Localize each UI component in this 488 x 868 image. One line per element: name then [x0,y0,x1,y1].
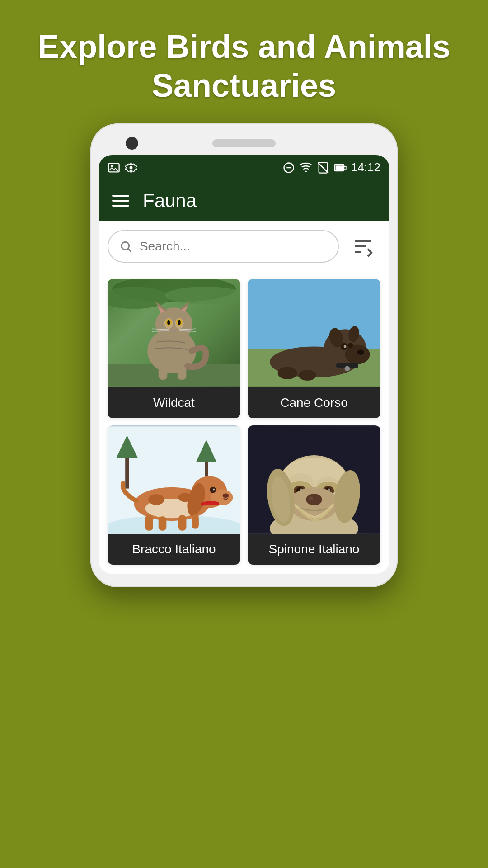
svg-point-89 [309,496,313,500]
app-bar: Fauna [99,180,389,221]
phone-speaker [212,139,276,147]
cane-corso-image-container [248,279,380,387]
dnd-icon [282,161,295,174]
svg-point-44 [347,343,353,348]
svg-point-49 [299,370,316,381]
phone-frame: 14:12 Fauna [90,123,398,587]
status-bar: 14:12 [99,155,389,180]
svg-rect-54 [125,453,129,488]
svg-point-88 [306,494,322,505]
spinone-image-container [248,425,380,534]
no-sim-icon [317,161,329,174]
animal-card-spinone[interactable]: Spinone Italiano [248,425,380,565]
svg-point-29 [167,320,170,325]
spinone-label: Spinone Italiano [248,534,380,565]
hamburger-line-2 [112,200,129,202]
phone-camera [126,137,138,150]
phone-top [99,137,389,150]
search-row [99,221,389,272]
app-bar-title: Fauna [143,190,197,212]
svg-rect-9 [335,165,343,170]
svg-point-1 [111,165,113,167]
cane-corso-svg [248,279,380,387]
search-icon [119,239,132,254]
sort-button[interactable] [346,230,380,263]
battery-icon [334,161,347,174]
image-icon [108,161,120,174]
animal-card-wildcat[interactable]: Wildcat [108,279,240,418]
svg-point-68 [223,493,229,498]
status-right-icons: 14:12 [282,160,380,175]
sort-icon [352,236,374,257]
hamburger-line-1 [112,195,129,197]
svg-point-45 [344,345,347,348]
svg-rect-71 [178,515,187,530]
status-left-icons [108,161,137,174]
svg-point-52 [345,366,350,371]
wifi-icon [300,161,312,174]
animal-card-bracco[interactable]: Bracco Italiano [108,425,240,565]
svg-line-33 [152,331,169,331]
svg-line-11 [128,249,131,252]
search-box[interactable] [108,230,339,263]
hamburger-line-3 [112,205,129,207]
search-input[interactable] [140,239,327,254]
svg-rect-72 [192,514,199,528]
svg-rect-36 [159,366,168,379]
svg-rect-70 [159,516,167,530]
phone-screen: 14:12 Fauna [99,155,389,574]
svg-point-67 [213,488,215,490]
cane-corso-label: Cane Corso [248,387,380,418]
wildcat-svg [108,279,240,387]
svg-point-5 [305,170,307,172]
page-header: Explore Birds and Animals Sanctuaries [0,0,488,123]
svg-rect-37 [178,366,187,379]
svg-point-2 [130,166,133,169]
svg-point-66 [210,486,216,493]
animal-grid: Wildcat [99,272,389,574]
wildcat-image-container [108,279,240,387]
bracco-svg [108,425,240,534]
wildcat-label: Wildcat [108,387,240,418]
svg-point-46 [357,349,364,355]
page-title: Explore Birds and Animals Sanctuaries [18,27,470,105]
bracco-image-container [108,425,240,534]
settings-icon [125,161,137,174]
svg-line-35 [179,331,196,331]
svg-point-10 [122,242,129,250]
status-time: 14:12 [351,160,380,175]
svg-rect-69 [145,515,153,530]
svg-point-30 [178,320,181,325]
bracco-label: Bracco Italiano [108,534,240,565]
svg-point-61 [148,494,164,505]
svg-point-48 [278,367,297,379]
hamburger-menu-icon[interactable] [112,195,129,207]
spinone-svg [248,425,380,534]
animal-card-cane-corso[interactable]: Cane Corso [248,279,380,418]
